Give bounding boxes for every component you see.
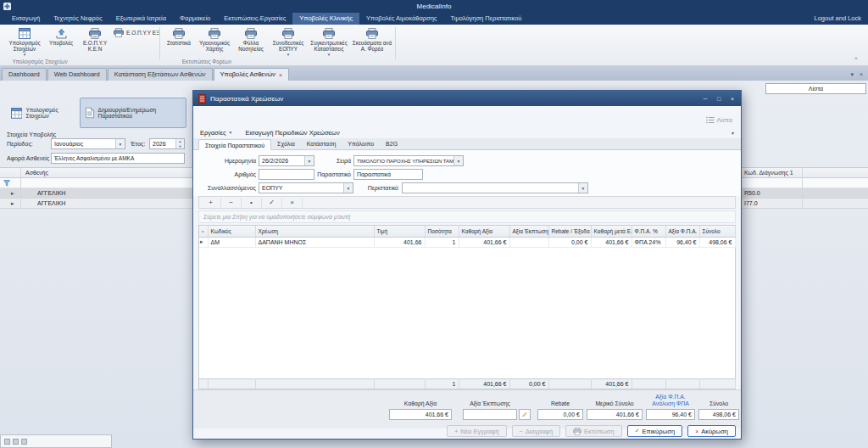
chevron-down-icon[interactable]: ▾ <box>115 139 125 148</box>
doc-type-field[interactable]: Παραστατικά <box>353 169 423 180</box>
ribbon-preparations-button[interactable]: Σκευάσματα ανά Α. Φορέα <box>351 26 393 59</box>
col-net[interactable]: Καθαρή Αξία <box>459 226 509 237</box>
delete-button[interactable]: − Διαγραφή <box>512 425 561 437</box>
new-record-button[interactable]: + Νέα Εγγραφή <box>447 425 506 437</box>
vat-amount-field[interactable]: 96,40 € <box>646 409 695 420</box>
cell-qty[interactable]: 1 <box>425 238 459 248</box>
menu-ypovoles-klinikis[interactable]: Υποβολές Κλινικής <box>292 13 359 25</box>
spinner-down-icon[interactable]: ▾ <box>176 144 184 149</box>
menu-ypovoles-aimokatharsis[interactable]: Υποβολές Αιμοκάθαρσης <box>359 13 443 25</box>
cancel-button[interactable]: × Ακύρωση <box>687 425 736 437</box>
group-by-panel[interactable]: Σύρετε μια Στήλη για να ομαδοποιήσετε σύ… <box>198 210 736 223</box>
ribbon-nursing-sheets-button[interactable]: Φύλλα Νοσηλείας <box>234 26 268 59</box>
calc-stoicheion-button[interactable]: Υπολογισμός Στοιχείων <box>7 98 78 128</box>
tab-katastasi[interactable]: Κατάσταση <box>301 138 342 149</box>
maximize-icon[interactable]: □ <box>712 91 726 106</box>
validate-button[interactable]: ✓ Επικύρωση <box>627 425 683 437</box>
cell-price[interactable]: 401,66 <box>374 238 425 248</box>
tab-ypoloipo[interactable]: Υπόλοιπο <box>342 138 380 149</box>
tab-list-icon[interactable]: ▾ <box>850 71 854 78</box>
cell-total[interactable]: 498,06 € <box>699 238 735 248</box>
ribbon-summary-lists-button[interactable]: Συγκεντρωτικές Καταστάσεις ▾ <box>309 26 349 59</box>
add-row-button[interactable]: + <box>201 198 221 208</box>
tab-sxolia[interactable]: Σχόλια <box>271 138 301 149</box>
accept-edit-button[interactable]: ✓ <box>262 198 282 208</box>
col-code[interactable]: Κωδικός <box>208 226 255 237</box>
row-expand-icon[interactable]: ▸ <box>11 199 14 209</box>
ribbon-health-map-button[interactable]: Υγειονομικός Χάρτης <box>197 26 232 59</box>
cell-charge[interactable]: ΔΑΠΑΝΗ ΜΗΝΟΣ <box>255 238 374 248</box>
dialog-lista-button-disabled[interactable]: Λίστα <box>706 115 733 125</box>
menu-ergasies[interactable]: Εργασίες <box>200 129 226 137</box>
col-rebate[interactable]: Rebate / Έξοδα <box>548 226 591 237</box>
menu-farmakeio[interactable]: Φαρμακείο <box>173 13 217 25</box>
cell-vat-pct[interactable]: ΦΠΑ 24% <box>632 238 665 248</box>
date-field[interactable]: 26/2/2026 ▾ <box>259 155 314 166</box>
col-qty[interactable]: Ποσότητα <box>425 226 459 237</box>
menu-timologisi-peristatikou[interactable]: Τιμολόγηση Περιστατικού <box>443 13 528 25</box>
charge-row[interactable]: ▸ ΔΜ ΔΑΠΑΝΗ ΜΗΝΟΣ 401,66 1 401,66 € 0,00… <box>199 238 735 248</box>
lista-button[interactable]: Λίστα <box>765 83 866 94</box>
tabstrip-close-icon[interactable]: × <box>860 71 863 78</box>
vat-amount-link[interactable]: Αξία Φ.Π.Α. <box>646 394 695 400</box>
ribbon-submissions-button[interactable]: Υποβολές <box>46 26 76 59</box>
ribbon-eopyy-ken-button[interactable]: Ε.Ο.Π.Υ.Υ Κ.Ε.Ν <box>78 26 112 59</box>
vat-analysis-link[interactable]: Ανάλυση ΦΠΑ <box>646 400 695 407</box>
remove-row-button[interactable]: − <box>221 198 242 208</box>
col-patient[interactable]: Ασθενής <box>25 168 48 177</box>
tab-b2g[interactable]: B2G <box>380 138 403 149</box>
logout-and-lock-button[interactable]: Logout and Lock <box>815 13 861 25</box>
patients-scope-field[interactable]: Έλληνες Ασφαλισμένοι με ΑΜΚΑ <box>51 153 185 164</box>
tab-web-dashboard[interactable]: Web Dashboard <box>47 68 107 81</box>
cancel-edit-button[interactable]: × <box>282 198 303 208</box>
menu-ektyposeis-ergasies[interactable]: Εκτυπώσεις-Εργασίες <box>217 13 292 25</box>
spinner-buttons[interactable]: ▴ ▾ <box>175 139 184 148</box>
ribbon-collapse-icon[interactable]: ^ <box>851 55 861 64</box>
cell-discount[interactable] <box>509 238 548 248</box>
ribbon-eopyy-ex-button[interactable]: Ε.Ο.Π.Υ.Υ ΕΞ <box>114 28 159 37</box>
chevron-down-icon[interactable]: ▾ <box>343 183 353 193</box>
chevron-down-icon[interactable]: ▾ <box>578 183 587 193</box>
chevron-down-icon[interactable]: ▾ <box>453 156 463 165</box>
tab-dashboard[interactable]: Dashboard <box>2 68 47 81</box>
col-total[interactable]: Σύνολο <box>699 226 735 237</box>
ribbon-eopyy-escorts-button[interactable]: Συνοδευτικές ΕΟΠΥΥ ▾ <box>270 26 307 59</box>
col-vat-pct[interactable]: Φ.Π.Α. % <box>632 226 665 237</box>
chevron-down-icon[interactable]: ▾ <box>304 156 314 165</box>
discount-total-field[interactable] <box>463 409 517 420</box>
counterparty-field[interactable]: ΕΟΠΥΥ ▾ <box>259 182 353 193</box>
cell-rebate[interactable]: 0,00 € <box>548 238 591 248</box>
edit-discount-button[interactable] <box>519 409 531 420</box>
tab-close-icon[interactable]: × <box>279 72 282 78</box>
year-stepper[interactable]: 2026 ▴ ▾ <box>149 138 185 149</box>
edit-row-button[interactable]: • <box>242 198 262 208</box>
tab-ypovoles-asthenon[interactable]: Υποβολές Ασθενών × <box>214 68 290 81</box>
create-document-button[interactable]: Δημιουργία/Ενημέρωση Παραστατικού <box>80 98 186 128</box>
col-diagnosis-code[interactable]: Κωδ. Διάγνωσης 1 <box>744 168 793 177</box>
number-field[interactable] <box>259 169 314 180</box>
col-vat[interactable]: Αξία Φ.Π.Α. <box>665 226 699 237</box>
menu-exoterika-iatreia[interactable]: Εξωτερικά Ιατρεία <box>109 13 173 25</box>
print-button[interactable]: Εκτύπωση <box>565 425 622 437</box>
cell-code[interactable]: ΔΜ <box>208 238 255 248</box>
menu-texnitos-nefros[interactable]: Τεχνητός Νεφρός <box>47 13 108 25</box>
col-charge[interactable]: Χρέωση <box>255 226 374 237</box>
col-discount[interactable]: Αξία Έκπτωσης <box>509 226 548 237</box>
row-expand-icon[interactable]: ▸ <box>11 188 14 199</box>
cell-net-after[interactable]: 401,66 € <box>591 238 632 248</box>
net-total-field[interactable]: 401,66 € <box>389 409 452 420</box>
menu-overflow-icon[interactable]: ▾ <box>732 130 734 136</box>
grand-total-field[interactable]: 498,06 € <box>698 409 739 420</box>
tab-stoicheia-parastatikou[interactable]: Στοιχεία Παραστατικού <box>198 139 271 150</box>
subtotal-field[interactable]: 401,66 € <box>587 409 643 420</box>
col-net-after[interactable]: Καθαρή μετά Ε... <box>591 226 632 237</box>
rebate-field[interactable]: 0,00 € <box>537 409 583 420</box>
dialog-titlebar[interactable]: Παραστατικά Χρεώσεων ─ □ × <box>193 91 741 106</box>
cell-vat[interactable]: 96,40 € <box>665 238 699 248</box>
ribbon-calc-button[interactable]: Υπολογισμός Στοιχείων ▾ <box>5 26 44 59</box>
incident-field[interactable]: ▾ <box>402 182 588 193</box>
menu-eisagogi[interactable]: Εισαγωγή <box>5 13 47 25</box>
series-field[interactable]: ΤΙΜΟΛΟΓΙΟ ΠΑΡΟΧΗΣ ΥΠΗΡΕΣΙΩΝ ΤΑΜΕΙΩΝ ▾ <box>353 155 464 166</box>
tab-katastasi-exetaseon[interactable]: Κατάσταση Εξετάσεων Ασθενών <box>108 68 213 81</box>
cell-net[interactable]: 401,66 € <box>459 238 509 248</box>
